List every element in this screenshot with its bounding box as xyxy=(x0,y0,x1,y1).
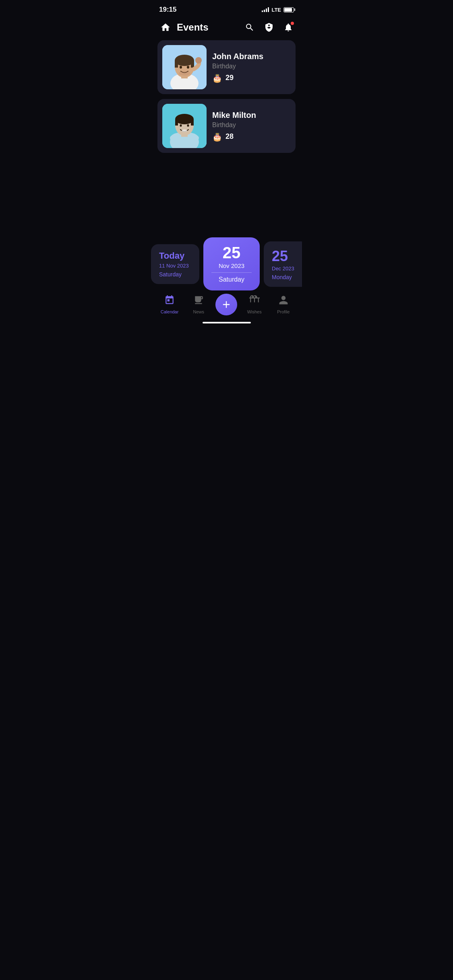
signal-bar-1 xyxy=(262,10,263,12)
date-card-dec25[interactable]: 25 Dec 2023 Monday xyxy=(264,241,302,287)
event-card-john[interactable]: John Abrams Birthday 🎂 29 xyxy=(157,40,296,94)
event-type-john: Birthday xyxy=(212,63,291,70)
profile-icon xyxy=(278,295,289,308)
svg-point-19 xyxy=(187,124,189,127)
status-time: 19:15 xyxy=(159,6,176,14)
calendar-icon xyxy=(164,295,175,308)
avatar-mike xyxy=(162,104,207,148)
svg-point-7 xyxy=(180,66,182,69)
profile-label: Profile xyxy=(277,309,290,314)
event-type-mike: Birthday xyxy=(212,121,291,129)
svg-point-20 xyxy=(182,130,187,132)
nav-item-calendar[interactable]: Calendar xyxy=(157,295,182,314)
wishes-label: Wishes xyxy=(247,309,262,314)
nav-item-news[interactable]: News xyxy=(186,295,211,314)
svg-rect-6 xyxy=(191,60,194,68)
event-name-john: John Abrams xyxy=(212,52,291,61)
shield-button[interactable] xyxy=(263,22,275,33)
status-right: LTE xyxy=(262,7,294,13)
nav-item-wishes[interactable]: Wishes xyxy=(242,295,267,314)
age-number-mike: 28 xyxy=(225,132,234,141)
svg-rect-16 xyxy=(175,119,178,126)
svg-rect-5 xyxy=(175,60,178,68)
news-label: News xyxy=(193,309,205,314)
today-label: Today xyxy=(159,251,191,261)
age-number-john: 29 xyxy=(225,74,234,82)
event-card-mike[interactable]: Mike Milton Birthday 🎂 28 xyxy=(157,99,296,153)
page-title: Events xyxy=(177,22,239,33)
right-date-month: Dec 2023 xyxy=(272,266,300,272)
add-button[interactable] xyxy=(215,294,237,315)
calendar-label: Calendar xyxy=(161,309,179,314)
battery-fill xyxy=(284,8,292,12)
lte-label: LTE xyxy=(271,7,281,13)
today-day: Saturday xyxy=(159,271,191,278)
event-age-john: 🎂 29 xyxy=(212,73,291,83)
news-icon xyxy=(193,295,204,308)
svg-point-10 xyxy=(195,57,202,64)
event-info-john: John Abrams Birthday 🎂 29 xyxy=(212,52,291,83)
signal-bar-3 xyxy=(266,8,267,12)
bell-button[interactable] xyxy=(283,22,294,33)
signal-bars xyxy=(262,7,269,12)
signal-bar-4 xyxy=(268,7,269,12)
status-bar: 19:15 LTE xyxy=(151,0,302,17)
event-age-mike: 🎂 28 xyxy=(212,132,291,142)
active-date-day: Saturday xyxy=(211,276,252,283)
signal-bar-2 xyxy=(264,10,265,12)
active-date-month: Nov 2023 xyxy=(211,262,252,269)
bottom-nav: Calendar News Wishes Profile xyxy=(151,290,302,327)
avatar-john xyxy=(162,45,207,89)
wishes-icon xyxy=(249,295,260,308)
battery-indicator xyxy=(283,7,294,12)
notification-dot xyxy=(291,22,294,25)
svg-point-18 xyxy=(180,124,182,127)
svg-point-9 xyxy=(179,71,190,76)
right-date-day: Monday xyxy=(272,274,300,280)
events-list: John Abrams Birthday 🎂 29 xyxy=(151,40,302,153)
svg-point-8 xyxy=(187,66,189,69)
date-card-today[interactable]: Today 11 Nov 2023 Saturday xyxy=(151,244,199,284)
home-bar xyxy=(203,322,251,323)
event-name-mike: Mike Milton xyxy=(212,111,291,120)
header-icons xyxy=(244,22,294,33)
header: Events xyxy=(151,17,302,40)
active-date-number: 25 xyxy=(211,245,252,261)
search-button[interactable] xyxy=(244,22,255,33)
svg-rect-17 xyxy=(191,119,194,126)
right-date-number: 25 xyxy=(272,248,300,265)
cake-icon-john: 🎂 xyxy=(212,73,222,83)
nav-item-profile[interactable]: Profile xyxy=(271,295,296,314)
event-info-mike: Mike Milton Birthday 🎂 28 xyxy=(212,111,291,142)
cake-icon-mike: 🎂 xyxy=(212,132,222,142)
today-date: 11 Nov 2023 xyxy=(159,263,191,269)
date-card-nov25[interactable]: 25 Nov 2023 Saturday xyxy=(203,237,260,290)
home-icon[interactable] xyxy=(159,21,172,34)
date-carousel: Today 11 Nov 2023 Saturday 25 Nov 2023 S… xyxy=(151,237,302,290)
